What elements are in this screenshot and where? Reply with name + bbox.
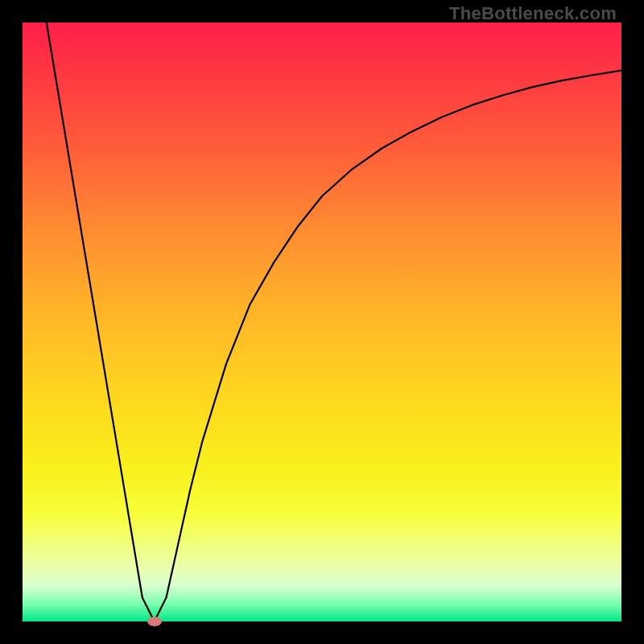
watermark-text: TheBottleneck.com [449, 3, 617, 24]
bottleneck-curve-path [47, 23, 621, 621]
optimum-marker [147, 617, 162, 626]
curve-svg [23, 23, 621, 621]
chart-container: TheBottleneck.com [0, 0, 644, 644]
plot-area [23, 23, 621, 621]
